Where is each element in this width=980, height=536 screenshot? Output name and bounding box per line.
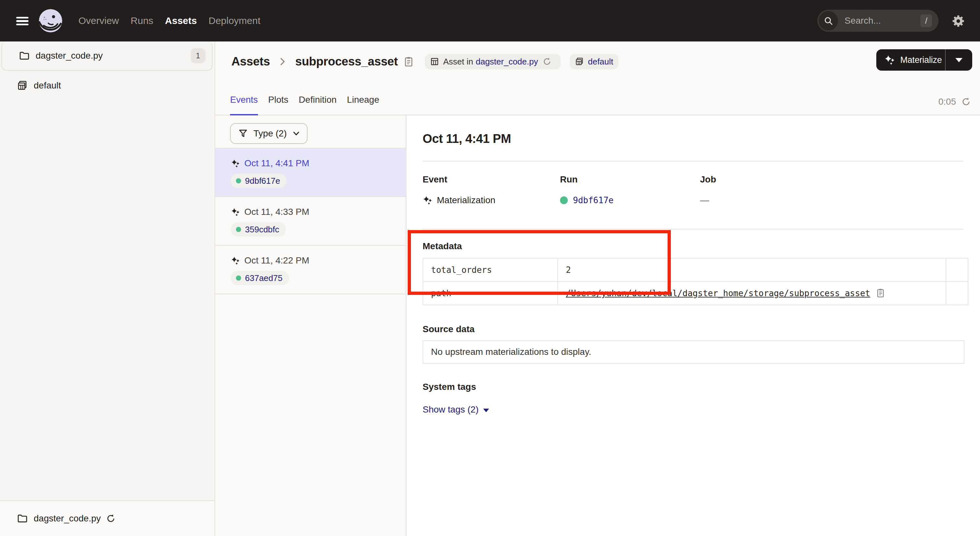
settings-gear-icon[interactable] — [951, 14, 965, 28]
tab-lineage[interactable]: Lineage — [347, 95, 380, 115]
footer-code-location-label: dagster_code.py — [34, 513, 101, 524]
tab-events[interactable]: Events — [230, 95, 258, 115]
event-date-link[interactable]: Oct 11, 4:33 PM — [244, 207, 309, 217]
run-id-tag[interactable]: 359cdbfc — [231, 222, 286, 237]
run-id-tag[interactable]: 637aed75 — [231, 271, 289, 285]
tab-plots[interactable]: Plots — [268, 95, 288, 115]
asset-name-title: subprocess_asset — [295, 55, 398, 68]
show-tags-label: Show tags (2) — [423, 404, 479, 415]
run-id-tag[interactable]: 9dbf617e — [231, 174, 286, 188]
materialization-sparkle-icon — [231, 207, 240, 217]
run-status-dot — [236, 178, 241, 183]
sidebar-footer-code-location: dagster_code.py — [0, 500, 215, 536]
source-data-empty-message: No upstream materializations to display. — [431, 347, 591, 357]
system-tags-heading: System tags — [423, 381, 963, 393]
show-tags-toggle[interactable]: Show tags (2) — [423, 404, 489, 415]
type-filter-button[interactable]: Type (2) — [230, 123, 307, 144]
reload-location-icon[interactable] — [106, 514, 116, 523]
primary-nav: Overview Runs Assets Deployment — [78, 0, 261, 41]
event-list-panel: Type (2) Oct 11, 4:41 PM 9dbf617e Oct 11… — [215, 115, 406, 536]
source-data-heading: Source data — [423, 323, 963, 335]
path-link[interactable]: /Users/yuhan/dev/local/dagster_home/stor… — [566, 288, 870, 298]
run-status-dot — [560, 196, 568, 204]
menu-icon[interactable] — [16, 17, 29, 25]
metadata-row: total_orders 2 — [423, 258, 968, 282]
group-layers-icon — [575, 57, 584, 66]
asset-header: Assets subprocess_asset Asset in dagster… — [215, 41, 980, 115]
type-filter-label: Type (2) — [253, 128, 287, 139]
metadata-table: total_orders 2 path /Users/yuhan/dev/loc… — [423, 258, 968, 305]
event-list-item[interactable]: Oct 11, 4:41 PM 9dbf617e — [215, 148, 406, 197]
group-tag: default — [570, 54, 618, 69]
auto-refresh-zone: 0:05 — [939, 97, 971, 107]
materialization-sparkle-icon — [231, 256, 240, 266]
search-input[interactable] — [838, 16, 906, 26]
event-list-item[interactable]: Oct 11, 4:33 PM 359cdbfc — [215, 197, 406, 246]
job-column-label: Job — [700, 174, 716, 185]
event-filter-bar: Type (2) — [215, 115, 406, 148]
group-link[interactable]: default — [588, 57, 613, 67]
refresh-icon[interactable] — [961, 97, 971, 107]
copy-path-icon[interactable] — [875, 288, 886, 298]
metadata-value: 2 — [558, 258, 946, 282]
search-icon — [819, 11, 838, 30]
run-id-text: 9dbf617e — [245, 176, 280, 186]
metadata-key: total_orders — [423, 258, 558, 282]
job-empty-value: — — [700, 194, 709, 206]
materialize-label: Materialize — [900, 55, 942, 65]
metadata-row: path /Users/yuhan/dev/local/dagster_home… — [423, 282, 968, 305]
run-id-link[interactable]: 9dbf617e — [573, 194, 614, 206]
event-type-value: Materialization — [437, 194, 495, 206]
top-navbar: Overview Runs Assets Deployment / — [0, 0, 980, 41]
breadcrumb: Assets subprocess_asset Asset in dagster… — [231, 52, 618, 71]
asset-count-badge: 1 — [191, 48, 205, 63]
event-list-item[interactable]: Oct 11, 4:22 PM 637aed75 — [215, 246, 406, 294]
breadcrumb-assets-link[interactable]: Assets — [231, 55, 270, 68]
nav-item-overview[interactable]: Overview — [78, 15, 119, 26]
caret-down-icon — [955, 58, 963, 62]
event-date-link[interactable]: Oct 11, 4:41 PM — [244, 158, 309, 169]
sidebar-item-code-location[interactable]: dagster_code.py 1 — [1, 41, 213, 71]
dagster-asset-page: Overview Runs Assets Deployment / dagste… — [0, 0, 980, 536]
event-date-link[interactable]: Oct 11, 4:22 PM — [244, 255, 309, 266]
nav-item-runs[interactable]: Runs — [130, 15, 153, 26]
code-location-link[interactable]: dagster_code.py — [476, 57, 538, 67]
tab-definition[interactable]: Definition — [299, 95, 337, 115]
sparkle-icon — [884, 54, 896, 66]
sidebar-item-default-group[interactable]: default — [0, 73, 215, 98]
run-status-dot — [236, 227, 241, 232]
materialize-split-button: Materialize — [876, 49, 972, 71]
asset-grid-icon — [430, 57, 439, 66]
metadata-heading: Metadata — [423, 240, 963, 252]
run-status-dot — [236, 275, 241, 281]
refresh-countdown: 0:05 — [939, 97, 956, 107]
divider — [423, 161, 963, 161]
metadata-key: path — [423, 282, 558, 305]
chevron-right-icon — [278, 57, 288, 67]
code-location-label: dagster_code.py — [36, 51, 191, 61]
divider — [423, 229, 963, 229]
search-shortcut-badge: / — [920, 14, 932, 27]
asset-tabs: Events Plots Definition Lineage — [230, 95, 379, 115]
funnel-icon — [238, 128, 248, 139]
dagster-logo-icon[interactable] — [39, 9, 62, 32]
materialize-dropdown-button[interactable] — [945, 49, 972, 71]
event-column-label: Event — [423, 174, 560, 185]
nav-item-assets[interactable]: Assets — [165, 15, 197, 26]
global-search[interactable]: / — [817, 10, 939, 32]
event-detail-panel: Oct 11, 4:41 PM Event Run Job Materializ… — [407, 115, 980, 536]
main-content: Assets subprocess_asset Asset in dagster… — [215, 41, 980, 536]
copy-asset-name-icon[interactable] — [403, 56, 415, 67]
materialization-sparkle-icon — [231, 159, 240, 168]
run-column-label: Run — [560, 174, 700, 185]
metadata-value: /Users/yuhan/dev/local/dagster_home/stor… — [558, 282, 946, 305]
asset-in-prefix: Asset in — [443, 57, 473, 67]
source-data-empty-box: No upstream materializations to display. — [423, 340, 964, 364]
code-location-tag: Asset in dagster_code.py — [425, 54, 561, 69]
materialize-button[interactable]: Materialize — [876, 49, 945, 71]
nav-item-deployment[interactable]: Deployment — [208, 15, 260, 26]
asset-groups-sidebar: dagster_code.py 1 default dagster_code.p… — [0, 41, 215, 536]
caret-down-icon — [483, 409, 489, 412]
reload-code-location-icon[interactable] — [542, 57, 552, 66]
materialization-sparkle-icon — [423, 195, 433, 205]
